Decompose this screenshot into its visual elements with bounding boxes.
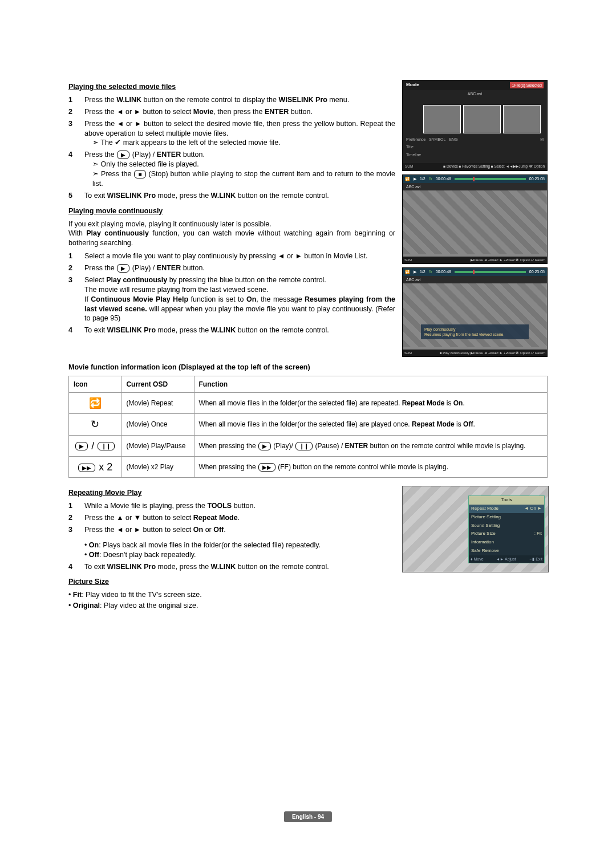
tools-item: Safe Remove (469, 547, 544, 555)
table-row: ↻ (Movie) Once When all movie files in t… (69, 414, 548, 435)
picsize-original: • Original: Play video at the original s… (68, 601, 395, 611)
table-row: ▶▶ x 2 (Movie) x2 Play When pressing the… (69, 456, 548, 477)
movie-thumb (463, 105, 501, 133)
section2-title: Playing movie continuously (68, 206, 395, 216)
manual-page: Playing the selected movie files 1Press … (0, 0, 616, 845)
tools-item: Picture Setting (469, 513, 544, 522)
repeat-opt-off: • Off: Doesn't play back repeatedly. (84, 550, 395, 560)
picsize-fit: • Fit: Play video to fit the TV's screen… (68, 590, 395, 600)
tools-item: Information (469, 538, 544, 547)
section4-title: Picture Size (68, 577, 395, 587)
section3-after: 4To exit WISELINK Pro mode, press the W.… (68, 562, 395, 572)
table-title: Movie function information icon (Display… (68, 363, 548, 372)
icon-function-table: Icon Current OSD Function 🔁 (Movie) Repe… (68, 376, 548, 478)
table-row: 🔁 (Movie) Repeat When all movie files in… (69, 393, 548, 414)
tools-item: Repeat Mode◄ On ► (469, 505, 544, 513)
files-selected-badge: 1File(s) Selected (510, 82, 544, 88)
section1-title: Playing the selected movie files (68, 82, 395, 92)
section1-steps: 1Press the W.LINK button on the remote c… (68, 95, 395, 201)
section3-title: Repeating Movie Play (68, 488, 395, 498)
repeat-icon: 🔁 (405, 176, 410, 181)
movie-title: Movie (406, 82, 419, 88)
seek-bar (455, 178, 526, 180)
screenshot-play-continuously: 🔁 ▶ 1/2 ↻ 00:00:48 00:23:05 ABC.avi Play… (402, 267, 548, 357)
play-pause-icon: ▶ / ❙❙ (69, 435, 121, 456)
screenshot-movie-play: 🔁 ▶ 1/2 ↻ 00:00:48 00:23:05 ABC.avi SUM … (402, 174, 548, 264)
page-footer: English - 94 (284, 811, 332, 823)
tools-item: Sound Setting (469, 522, 544, 530)
section3-steps: 1While a Movie file is playing, press th… (68, 501, 395, 535)
repeat-opt-on: • On: Plays back all movie files in the … (84, 541, 395, 550)
movie-thumb (503, 105, 541, 133)
section2-steps: 1Select a movie file you want to play co… (68, 251, 395, 335)
play-continuously-message: Play continuouslyResumes playing from th… (421, 324, 529, 340)
table-row: ▶ / ❙❙ (Movie) Play/Pause When pressing … (69, 435, 548, 456)
once-icon: ↻ (69, 414, 121, 435)
repeat-icon: 🔁 (405, 269, 410, 274)
movie-thumb (423, 105, 461, 133)
ff-icon: ▶▶ x 2 (69, 456, 121, 477)
section2-intro: If you exit playing movie, playing it co… (68, 220, 395, 249)
tools-item: Picture Size: Fit (469, 530, 544, 538)
tools-title: Tools (469, 496, 544, 505)
movie-filename: ABC.avi (403, 90, 547, 98)
seek-bar (455, 271, 526, 273)
screenshot-movie-list: Movie 1File(s) Selected ABC.avi Preferen… (402, 80, 548, 171)
repeat-icon: 🔁 (69, 393, 121, 414)
screenshot-tools-menu: Tools Repeat Mode◄ On ► Picture Setting … (402, 486, 549, 572)
